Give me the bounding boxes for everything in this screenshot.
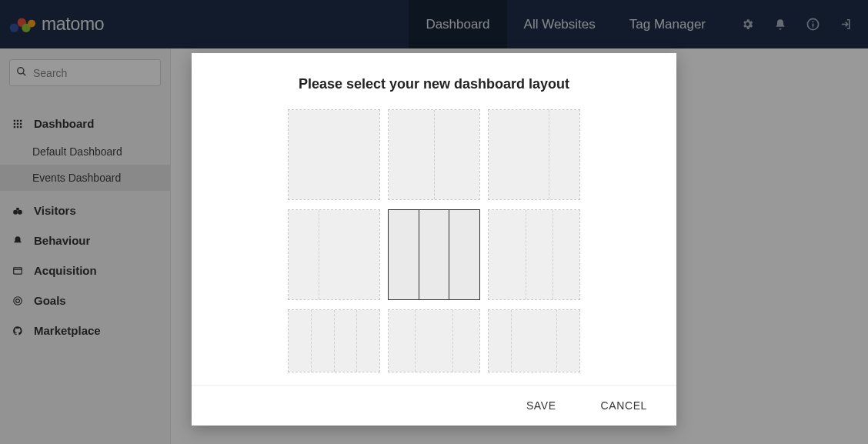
save-button[interactable]: SAVE (526, 399, 556, 412)
layout-option-2col-50-50[interactable] (388, 109, 480, 200)
layout-option-1col[interactable] (288, 109, 380, 200)
layout-option-4col[interactable] (288, 309, 380, 372)
modal-title: Please select your new dashboard layout (192, 53, 676, 109)
layout-option-3col-equal[interactable] (388, 209, 480, 300)
layout-option-3col-30-40-30[interactable] (388, 309, 480, 372)
cancel-button[interactable]: CANCEL (601, 399, 647, 412)
modal-actions: SAVE CANCEL (192, 385, 676, 426)
modal-overlay[interactable]: Please select your new dashboard layout (0, 0, 868, 444)
layout-option-3col-25-50-25[interactable] (488, 309, 580, 372)
layout-option-3col-40-30-30[interactable] (488, 209, 580, 300)
layout-modal: Please select your new dashboard layout (192, 53, 676, 426)
layout-grid (192, 109, 676, 385)
layout-option-2col-67-33[interactable] (488, 109, 580, 200)
layout-option-2col-33-67[interactable] (288, 209, 380, 300)
